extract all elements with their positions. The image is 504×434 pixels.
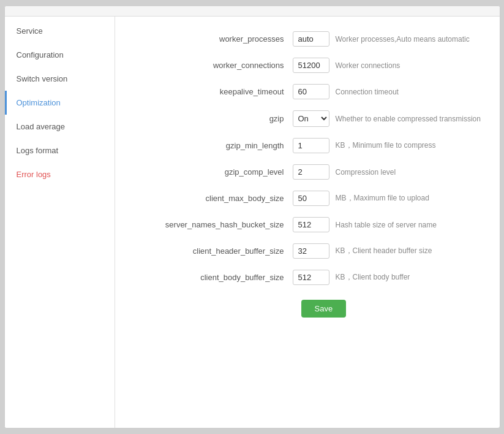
- field-input-gzip_comp_level[interactable]: [293, 164, 329, 180]
- field-hint-gzip: Whether to enable compressed transmissio…: [336, 115, 481, 123]
- form-row-worker_connections: worker_connectionsWorker connections: [134, 58, 481, 73]
- field-input-server_names_hash_bucket_size[interactable]: [293, 217, 329, 232]
- field-input-client_max_body_size[interactable]: [293, 191, 329, 206]
- field-hint-server_names_hash_bucket_size: Hash table size of server name: [336, 221, 437, 229]
- form-row-keepalive_timeout: keepalive_timeoutConnection timeout: [134, 84, 481, 99]
- title-bar: [5, 6, 500, 17]
- sidebar-item-load-average[interactable]: Load average: [5, 115, 115, 139]
- form-row-gzip_min_length: gzip_min_lengthKB，Minimum file to compre…: [134, 138, 481, 153]
- save-button[interactable]: Save: [301, 300, 347, 318]
- field-label-gzip: gzip: [134, 114, 293, 123]
- field-label-client_max_body_size: client_max_body_size: [134, 194, 293, 203]
- field-input-worker_connections[interactable]: [293, 58, 329, 73]
- field-hint-worker_processes: Worker processes,Auto means automatic: [336, 35, 470, 44]
- form-row-gzip_comp_level: gzip_comp_levelCompression level: [134, 164, 481, 180]
- sidebar-item-optimization[interactable]: Optimization: [5, 91, 115, 115]
- field-input-gzip_min_length[interactable]: [293, 138, 329, 153]
- main-window: ServiceConfigurationSwitch versionOptimi…: [4, 6, 500, 428]
- field-label-gzip_comp_level: gzip_comp_level: [134, 167, 293, 177]
- form-row-server_names_hash_bucket_size: server_names_hash_bucket_sizeHash table …: [134, 217, 481, 232]
- main-content: worker_processesWorker processes,Auto me…: [115, 17, 500, 428]
- field-label-worker_processes: worker_processes: [134, 34, 293, 44]
- sidebar: ServiceConfigurationSwitch versionOptimi…: [5, 17, 115, 428]
- field-label-gzip_min_length: gzip_min_length: [134, 141, 293, 150]
- field-input-client_header_buffer_size[interactable]: [293, 243, 329, 259]
- sidebar-item-switch-version[interactable]: Switch version: [5, 67, 115, 91]
- field-hint-client_body_buffer_size: KB，Client body buffer: [336, 272, 410, 283]
- sidebar-item-error-logs[interactable]: Error logs: [5, 162, 115, 186]
- form-row-client_header_buffer_size: client_header_buffer_sizeKB，Client heade…: [134, 243, 481, 259]
- form-row-client_max_body_size: client_max_body_sizeMB，Maximum file to u…: [134, 191, 481, 206]
- form-row-worker_processes: worker_processesWorker processes,Auto me…: [134, 31, 481, 47]
- field-label-worker_connections: worker_connections: [134, 61, 293, 70]
- field-hint-gzip_min_length: KB，Minimum file to compress: [336, 140, 436, 151]
- field-hint-gzip_comp_level: Compression level: [336, 168, 396, 177]
- field-hint-keepalive_timeout: Connection timeout: [336, 88, 399, 96]
- field-input-gzip[interactable]: OnOff: [293, 110, 329, 127]
- field-label-server_names_hash_bucket_size: server_names_hash_bucket_size: [134, 220, 293, 229]
- form-row-client_body_buffer_size: client_body_buffer_sizeKB，Client body bu…: [134, 270, 481, 285]
- field-hint-client_max_body_size: MB，Maximum file to upload: [336, 193, 429, 204]
- field-input-client_body_buffer_size[interactable]: [293, 270, 329, 285]
- sidebar-item-service[interactable]: Service: [5, 19, 115, 43]
- field-input-worker_processes[interactable]: [293, 31, 329, 47]
- sidebar-item-configuration[interactable]: Configuration: [5, 43, 115, 67]
- field-label-client_header_buffer_size: client_header_buffer_size: [134, 246, 293, 256]
- field-input-keepalive_timeout[interactable]: [293, 84, 329, 99]
- field-hint-worker_connections: Worker connections: [336, 61, 401, 70]
- form-row-gzip: gzipOnOffWhether to enable compressed tr…: [134, 110, 481, 127]
- field-hint-client_header_buffer_size: KB，Client header buffer size: [336, 246, 432, 256]
- field-label-client_body_buffer_size: client_body_buffer_size: [134, 273, 293, 282]
- content-area: ServiceConfigurationSwitch versionOptimi…: [5, 17, 500, 428]
- sidebar-item-logs-format[interactable]: Logs format: [5, 139, 115, 162]
- field-label-keepalive_timeout: keepalive_timeout: [134, 87, 293, 96]
